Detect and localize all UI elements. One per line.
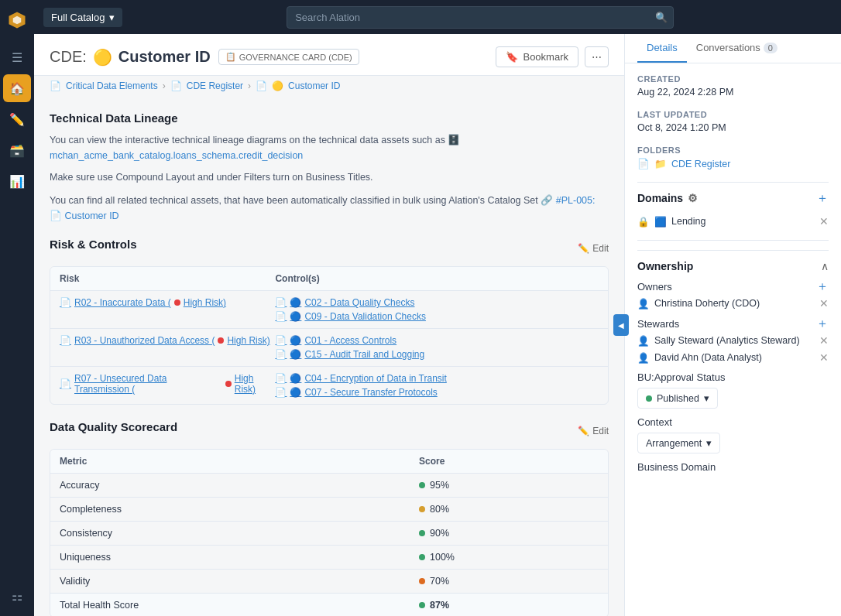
nav-home-icon[interactable]: 🏠 bbox=[3, 74, 31, 102]
scorecard-edit-button[interactable]: ✏️ Edit bbox=[578, 426, 609, 436]
scorecard-row: Uniqueness 100% bbox=[50, 546, 608, 570]
person-icon: 👤 bbox=[637, 335, 650, 347]
owners-group: Owners ＋ 👤 Christina Doherty (CDO) ✕ bbox=[637, 280, 829, 310]
lineage-cde-link[interactable]: Customer ID bbox=[64, 210, 118, 221]
title-prefix: CDE: bbox=[50, 48, 87, 66]
tab-conversations[interactable]: Conversations 0 bbox=[687, 34, 787, 63]
bookmark-label: Bookmark bbox=[523, 51, 568, 63]
add-steward-button[interactable]: ＋ bbox=[816, 317, 829, 330]
bookmark-button[interactable]: 🔖 Bookmark bbox=[496, 46, 578, 67]
search-input[interactable] bbox=[287, 6, 674, 29]
score-indicator bbox=[419, 602, 425, 608]
scorecard-row: Validity 70% bbox=[50, 570, 608, 594]
search-icon: 🔍 bbox=[655, 12, 668, 23]
top-bar: Full Catalog ▾ 🔍 bbox=[34, 0, 841, 34]
breadcrumb: 📄 Critical Data Elements › 📄 CDE Registe… bbox=[34, 76, 624, 99]
context-group: Context Arrangement ▾ bbox=[637, 416, 829, 453]
control-link-2b[interactable]: 📄 🔵 C15 - Audit Trail and Logging bbox=[275, 349, 599, 360]
last-updated-label: LAST UPDATED bbox=[637, 110, 829, 119]
score-indicator bbox=[419, 482, 425, 488]
domains-section: Domains ⚙ ＋ 🔒 🟦 Lending ✕ bbox=[637, 192, 829, 231]
add-domain-button[interactable]: ＋ bbox=[816, 192, 829, 204]
logo[interactable] bbox=[3, 6, 31, 34]
nav-menu-icon[interactable]: ☰ bbox=[3, 43, 31, 71]
nav-apps-icon[interactable]: ⚏ bbox=[3, 582, 31, 610]
search-bar: 🔍 bbox=[287, 6, 674, 29]
breadcrumb-link-2[interactable]: CDE Register bbox=[187, 80, 243, 91]
approval-status-value: Published bbox=[657, 393, 699, 404]
steward-item: 👤 David Ahn (Data Analyst) ✕ bbox=[637, 351, 829, 364]
score-indicator bbox=[419, 554, 425, 560]
ownership-title: Ownership bbox=[637, 260, 693, 272]
add-owner-button[interactable]: ＋ bbox=[816, 280, 829, 293]
scorecard-total-row: Total Health Score 87% bbox=[50, 594, 608, 616]
doc-icon: 📄 bbox=[60, 297, 71, 308]
lineage-link-1[interactable]: mchan_acme_bank_catalog.loans_schema.cre… bbox=[50, 150, 303, 161]
gear-icon[interactable]: ⚙ bbox=[688, 192, 698, 204]
governance-label: GOVERNANCE CARD (CDE) bbox=[239, 53, 352, 62]
governance-badge[interactable]: 📋 GOVERNANCE CARD (CDE) bbox=[218, 49, 359, 65]
control-icon: 🔵 bbox=[290, 349, 301, 360]
remove-steward-button[interactable]: ✕ bbox=[819, 351, 829, 364]
folder-item[interactable]: 📄 📁 CDE Register bbox=[637, 158, 829, 169]
remove-owner-button[interactable]: ✕ bbox=[819, 297, 829, 310]
db-icon: 🗄️ bbox=[448, 135, 460, 145]
bookmark-icon: 🔖 bbox=[506, 51, 518, 63]
risk-link-2[interactable]: 📄 R03 - Unauthorized Data Access ( High … bbox=[60, 335, 275, 346]
collapse-ownership-button[interactable]: ∧ bbox=[821, 260, 829, 272]
steward-item: 👤 Sally Steward (Analytics Steward) ✕ bbox=[637, 334, 829, 347]
steward-name-1: Sally Steward (Analytics Steward) bbox=[654, 335, 800, 346]
folder-reg-icon: 📁 bbox=[654, 158, 667, 169]
score-indicator bbox=[419, 506, 425, 512]
remove-domain-button[interactable]: ✕ bbox=[819, 215, 829, 228]
risk-link-1[interactable]: 📄 R02 - Inaccurate Data ( High Risk) bbox=[60, 297, 275, 308]
doc-icon: 📄 bbox=[275, 349, 287, 360]
control-icon: 🔵 bbox=[290, 387, 301, 398]
high-risk-dot bbox=[225, 381, 232, 387]
control-icon: 🔵 bbox=[290, 311, 301, 322]
control-link-3b[interactable]: 📄 🔵 C07 - Secure Transfer Protocols bbox=[275, 387, 599, 398]
owner-item: 👤 Christina Doherty (CDO) ✕ bbox=[637, 297, 829, 310]
lineage-desc-hint: Make sure use Compound Layout and under … bbox=[50, 169, 609, 185]
control-link-1a[interactable]: 📄 🔵 C02 - Data Quality Checks bbox=[275, 297, 599, 308]
tab-details[interactable]: Details bbox=[637, 34, 687, 63]
lock-icon: 🔒 bbox=[637, 216, 650, 228]
person-icon: 👤 bbox=[637, 352, 650, 364]
risk-link-3[interactable]: 📄 R07 - Unsecured Data Transmission ( Hi… bbox=[60, 373, 275, 395]
nav-edit-icon[interactable]: ✏️ bbox=[3, 105, 31, 133]
more-options-button[interactable]: ⋯ bbox=[585, 46, 609, 67]
lineage-catalog-link[interactable]: #PL-005: bbox=[556, 195, 596, 206]
context-dropdown[interactable]: Arrangement ▾ bbox=[637, 433, 720, 453]
control-link-2a[interactable]: 📄 🔵 C01 - Access Controls bbox=[275, 335, 599, 346]
folders-label: FOLDERS bbox=[637, 145, 829, 155]
control-icon: 🔵 bbox=[290, 297, 301, 308]
nav-chart-icon[interactable]: 📊 bbox=[3, 167, 31, 195]
ownership-section: Ownership ∧ Owners ＋ bbox=[637, 250, 829, 473]
created-value: Aug 22, 2024 2:28 PM bbox=[637, 87, 829, 98]
title-text: Customer ID bbox=[118, 48, 211, 66]
properties-section: CREATED Aug 22, 2024 2:28 PM bbox=[637, 74, 829, 98]
control-link-3a[interactable]: 📄 🔵 C04 - Encryption of Data in Transit bbox=[275, 373, 599, 384]
context-label: Context bbox=[637, 416, 829, 428]
high-risk-dot bbox=[218, 337, 224, 344]
controls-col-header: Control(s) bbox=[275, 273, 599, 284]
table-row: 📄 R03 - Unauthorized Data Access ( High … bbox=[50, 329, 608, 367]
risk-edit-button[interactable]: ✏️ Edit bbox=[578, 243, 609, 254]
control-link-1b[interactable]: 📄 🔵 C09 - Data Validation Checks bbox=[275, 311, 599, 322]
nav-database-icon[interactable]: 🗃️ bbox=[3, 136, 31, 164]
page-header: CDE: 🟡 Customer ID 📋 GOVERNANCE CARD (CD… bbox=[34, 34, 624, 76]
approval-status-dropdown[interactable]: Published ▾ bbox=[637, 388, 718, 409]
breadcrumb-link-3[interactable]: Customer ID bbox=[288, 80, 340, 91]
doc-icon: 📋 bbox=[225, 52, 236, 62]
domain-item: 🔒 🟦 Lending ✕ bbox=[637, 212, 829, 231]
created-label: CREATED bbox=[637, 74, 829, 84]
domain-icon: 🟦 bbox=[654, 216, 667, 228]
breadcrumb-link-1[interactable]: Critical Data Elements bbox=[66, 80, 158, 91]
catalog-selector[interactable]: Full Catalog ▾ bbox=[43, 8, 122, 27]
doc-icon: 📄 bbox=[60, 378, 71, 389]
scorecard-title: Data Quality Scorecard bbox=[50, 420, 177, 433]
panel-toggle-button[interactable]: ◀ bbox=[613, 314, 629, 336]
approval-status-group: BU:Approval Status Published ▾ bbox=[637, 371, 829, 409]
catalog-icon: 📄 bbox=[50, 210, 62, 221]
remove-steward-button[interactable]: ✕ bbox=[819, 334, 829, 347]
